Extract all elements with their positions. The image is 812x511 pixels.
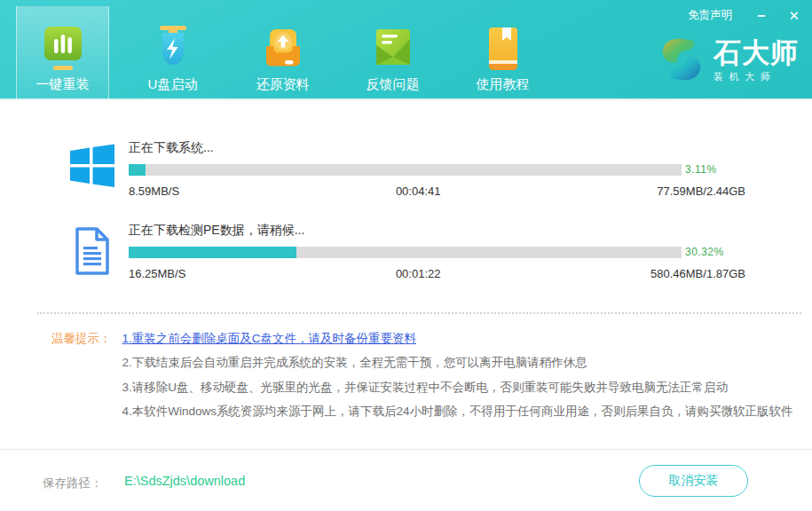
tip-item: 2.下载结束后会自动重启并完成系统的安装，全程无需干预，您可以离开电脑请稍作休息 [122,350,793,374]
book-icon [482,25,524,75]
chart-bars-icon [42,25,84,75]
tips-section: 温馨提示： 1.重装之前会删除桌面及C盘文件，请及时备份重要资料 2.下载结束后… [51,326,794,423]
close-button[interactable]: ✕ [788,9,800,22]
footer-bar: 保存路径： E:\SdsZjds\download 取消安装 [0,449,812,511]
progress-bar [129,247,682,258]
disclaimer-link[interactable]: 免责声明 [688,8,732,23]
tab-tutorial[interactable]: 使用教程 [456,0,549,100]
nav-tabs: 一键重装 U盘启动 [16,0,566,100]
titlebar: 免责声明 − ✕ [688,8,800,23]
progress-percent: 30.32% [685,246,724,258]
tab-label: 还原资料 [256,76,310,93]
download-row-pe-data: 正在下载检测PE数据，请稍候... 30.32% 16.25MB/S 00:01… [67,221,745,280]
progress-bar [129,164,682,176]
tips-label: 温馨提示： [51,326,112,423]
tab-feedback[interactable]: 反馈问题 [346,0,439,100]
tab-label: 反馈问题 [367,76,420,93]
tab-label: 使用教程 [477,76,530,93]
app-window: 一键重装 U盘启动 [0,0,812,511]
tips-list: 1.重装之前会删除桌面及C盘文件，请及时备份重要资料 2.下载结束后会自动重启并… [122,326,793,423]
brand-logo: 石大师 装机大师 [658,35,799,87]
download-size-progress: 580.46MB/1.87GB [650,267,745,280]
tab-restore-data[interactable]: 还原资料 [236,0,329,100]
brand-name: 石大师 [713,39,799,68]
document-icon [68,224,116,282]
download-time-remaining: 00:04:41 [396,185,441,198]
download-speed: 8.59MB/S [129,185,179,198]
header-nav: 一键重装 U盘启动 [0,0,812,100]
download-speed: 16.25MB/S [129,267,185,280]
progress-fill [129,164,146,176]
tip-item: 4.本软件Windows系统资源均来源于网上，请下载后24小时删除，不得用于任何… [122,399,793,423]
download-title: 正在下载系统... [129,138,745,156]
brand-logo-icon [658,35,706,87]
progress-fill [129,247,296,258]
save-path-value: E:\SdsZjds\download [124,474,245,488]
windows-logo-icon [67,140,118,195]
download-row-system: 正在下载系统... 3.11% 8.59MB/S 00:04:41 77.59M… [67,138,745,198]
tab-one-key-reinstall[interactable]: 一键重装 [16,6,109,100]
cancel-install-button[interactable]: 取消安装 [639,465,748,497]
tab-label: U盘启动 [148,76,198,93]
brand-subtitle: 装机大师 [713,70,799,83]
mail-feedback-icon [372,25,414,75]
download-time-remaining: 00:01:22 [396,267,441,280]
minimize-button[interactable]: − [757,9,765,23]
tab-usb-boot[interactable]: U盘启动 [126,0,219,100]
tab-label: 一键重装 [36,76,90,93]
restore-box-icon [262,25,304,75]
tip-item-backup-warning[interactable]: 1.重装之前会删除桌面及C盘文件，请及时备份重要资料 [122,326,793,350]
download-title: 正在下载检测PE数据，请稍候... [129,221,745,239]
tip-item: 3.请移除U盘、移动硬盘、光驱里的光盘，并保证安装过程中不会断电，否则重装可能失… [122,375,793,399]
progress-percent: 3.11% [685,163,717,176]
usb-drive-icon [152,25,194,75]
dashed-divider [37,312,801,314]
download-size-progress: 77.59MB/2.44GB [657,185,745,198]
save-path-label: 保存路径： [43,476,103,491]
